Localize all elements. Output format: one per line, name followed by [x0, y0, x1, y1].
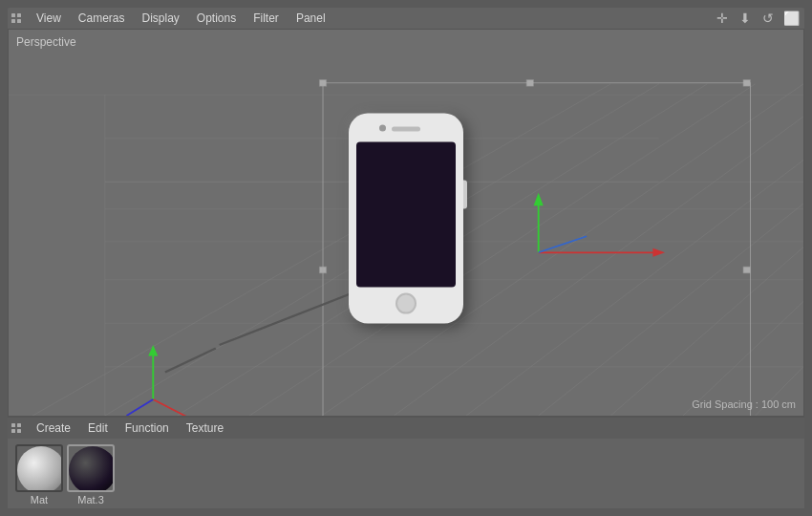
transform-icon[interactable]: ⬇ — [736, 9, 755, 28]
svg-line-8 — [610, 247, 803, 416]
phone-screen — [356, 142, 456, 288]
grid-spacing-label: Grid Spacing : 100 cm — [692, 398, 796, 410]
bottom-menu-bar: Create Edit Function Texture — [8, 418, 804, 439]
material-slot-1[interactable]: Mat — [15, 444, 63, 505]
menu-texture[interactable]: Texture — [179, 419, 231, 437]
material-preview-2[interactable] — [67, 444, 115, 492]
svg-line-11 — [32, 84, 610, 416]
material-label-1: Mat — [31, 494, 48, 505]
material-sphere-gray — [17, 446, 63, 492]
menu-grip — [11, 13, 21, 23]
viewport-3d[interactable]: Perspective Grid Spacing : 100 cm — [8, 29, 804, 417]
menu-filter[interactable]: Filter — [246, 10, 287, 27]
svg-marker-38 — [652, 248, 665, 257]
svg-rect-28 — [743, 267, 751, 273]
materials-panel: Create Edit Function Texture Mat Mat.3 — [8, 417, 804, 508]
material-label-2: Mat.3 — [77, 494, 104, 505]
menu-display[interactable]: Display — [134, 10, 186, 27]
material-sphere-dark — [69, 446, 115, 492]
menu-options[interactable]: Options — [189, 10, 244, 27]
svg-line-34 — [127, 399, 154, 416]
maximize-icon[interactable]: ⬜ — [781, 9, 801, 28]
menu-create[interactable]: Create — [29, 419, 78, 437]
menu-view[interactable]: View — [29, 10, 69, 27]
svg-line-42 — [165, 348, 216, 372]
phone-home-button — [395, 293, 417, 314]
perspective-label: Perspective — [16, 35, 76, 49]
top-menu-bar: View Cameras Display Options Filter Pane… — [8, 8, 804, 29]
bottom-menu-grip — [11, 423, 21, 433]
materials-list: Mat Mat.3 — [8, 439, 804, 511]
menu-edit[interactable]: Edit — [80, 419, 116, 437]
move-icon[interactable]: ✛ — [713, 9, 732, 28]
material-preview-1[interactable] — [15, 444, 63, 492]
svg-line-6 — [466, 161, 803, 416]
svg-line-32 — [153, 399, 195, 416]
phone-speaker — [392, 127, 420, 132]
material-slot-2[interactable]: Mat.3 — [67, 444, 115, 505]
phone-side-button — [463, 181, 467, 209]
menu-panel[interactable]: Panel — [288, 10, 333, 27]
menu-cameras[interactable]: Cameras — [71, 10, 133, 27]
svg-marker-31 — [148, 345, 158, 355]
phone-3d-model — [349, 114, 463, 324]
svg-marker-36 — [534, 193, 544, 206]
phone-body — [349, 114, 463, 324]
svg-line-7 — [539, 204, 803, 416]
phone-camera — [379, 125, 386, 132]
top-right-toolbar: ✛ ⬇ ↺ ⬜ — [713, 9, 801, 28]
undo-icon[interactable]: ↺ — [759, 9, 778, 28]
menu-function[interactable]: Function — [118, 419, 177, 437]
svg-line-3 — [249, 84, 755, 416]
